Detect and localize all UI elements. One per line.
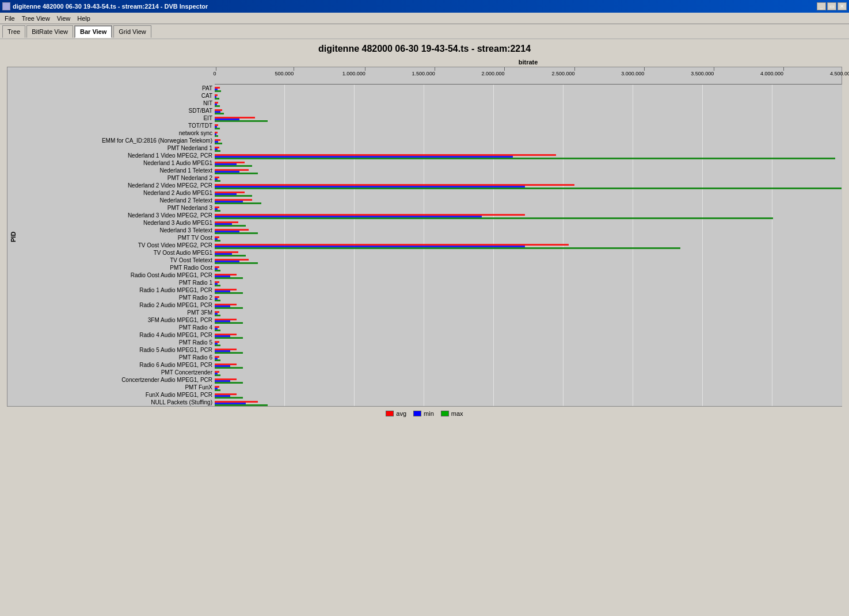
bar-row	[215, 167, 842, 174]
bar-row	[215, 197, 842, 204]
legend-avg: avg	[386, 410, 406, 417]
pid-label: Nederland 1 Teletext	[19, 167, 215, 174]
pid-label: Radio 4 Audio MPEG1, PCR	[19, 331, 215, 339]
x-tick: 4.500.000	[842, 67, 849, 76]
legend-avg-label: avg	[396, 410, 406, 417]
bar-row	[215, 219, 842, 227]
main-content: digitenne 482000 06-30 19-43-54.ts - str…	[0, 39, 849, 422]
pid-label: PMT Concertzender	[19, 369, 215, 376]
pid-label: Nederland 3 Video MPEG2, PCR	[19, 212, 215, 219]
pid-label: SDT/BAT	[19, 107, 215, 114]
pid-label: Radio 5 Audio MPEG1, PCR	[19, 346, 215, 354]
legend-min-label: min	[424, 410, 434, 417]
pid-label: PMT Nederland 2	[19, 174, 215, 182]
bar-row	[215, 114, 842, 122]
bar-row	[215, 212, 842, 219]
menu-help[interactable]: Help	[74, 14, 94, 23]
legend-avg-color	[386, 411, 394, 416]
restore-button[interactable]: ▭	[827, 2, 836, 10]
legend-min-color	[413, 411, 421, 416]
bar-row	[215, 264, 842, 271]
pid-label: TOT/TDT	[19, 122, 215, 129]
pid-label: NIT	[19, 100, 215, 107]
x-tick: 4.000.000	[772, 67, 795, 76]
bar-row	[215, 339, 842, 346]
x-tick: 1.000.000	[354, 67, 377, 76]
tab-bitrate-view[interactable]: BitRate View	[26, 25, 73, 38]
bars-grid	[215, 85, 842, 406]
bar-row	[215, 324, 842, 331]
tab-grid-view[interactable]: Grid View	[113, 25, 151, 38]
pid-label: TV Oost Video MPEG2, PCR	[19, 242, 215, 249]
x-tick: 3.000.000	[633, 67, 656, 76]
tab-bar-view[interactable]: Bar View	[74, 25, 112, 38]
pid-label: Nederland 2 Video MPEG2, PCR	[19, 182, 215, 189]
bar-row	[215, 331, 842, 339]
x-tick: 2.000.000	[493, 67, 516, 76]
bar-row	[215, 122, 842, 129]
bar-row	[215, 391, 842, 399]
legend-min: min	[413, 410, 434, 417]
title-bar: digitenne 482000 06-30 19-43-54.ts - str…	[0, 0, 849, 13]
bar-row	[215, 279, 842, 286]
bar-row	[215, 107, 842, 114]
bar-row	[215, 159, 842, 167]
pid-label: PMT Nederland 1	[19, 144, 215, 152]
legend-max: max	[441, 410, 463, 417]
pid-label: Nederland 2 Audio MPEG1	[19, 189, 215, 197]
pid-label: EIT	[19, 114, 215, 122]
pid-label: Radio 2 Audio MPEG1, PCR	[19, 301, 215, 309]
menu-tree-view[interactable]: Tree View	[18, 14, 54, 23]
pid-label: Nederland 3 Teletext	[19, 227, 215, 234]
grid-line	[842, 85, 842, 406]
pid-label: PMT Radio 4	[19, 324, 215, 331]
legend: avg min max	[7, 410, 842, 417]
x-axis: 0500.0001.000.0001.500.0002.000.0002.500…	[215, 67, 842, 85]
bar-row	[215, 85, 842, 92]
bar-row	[215, 369, 842, 376]
pid-label: Nederland 1 Audio MPEG1	[19, 159, 215, 167]
pid-label: TV Oost Audio MPEG1	[19, 249, 215, 257]
minimize-button[interactable]: _	[817, 2, 826, 10]
chart-title: digitenne 482000 06-30 19-43-54.ts - str…	[7, 44, 842, 54]
labels-column: PATCATNITSDT/BATEITTOT/TDTnetwork syncEM…	[19, 67, 215, 406]
bar-row	[215, 294, 842, 301]
bar-row	[215, 174, 842, 182]
menu-view[interactable]: View	[54, 14, 74, 23]
pid-label: PMT Nederland 3	[19, 204, 215, 212]
bar-row	[215, 129, 842, 137]
menu-bar: File Tree View View Help	[0, 13, 849, 24]
pid-label: PMT Radio 6	[19, 354, 215, 361]
x-tick: 1.500.000	[424, 67, 447, 76]
close-button[interactable]: ✕	[837, 2, 847, 10]
legend-max-label: max	[451, 410, 463, 417]
pid-label: PMT Radio 2	[19, 294, 215, 301]
pid-label: Nederland 2 Teletext	[19, 197, 215, 204]
pid-label: 3FM Audio MPEG1, PCR	[19, 316, 215, 324]
pid-label: PMT TV Oost	[19, 234, 215, 242]
bar-row	[215, 376, 842, 384]
bar-row	[215, 234, 842, 242]
tab-tree[interactable]: Tree	[2, 25, 25, 38]
bar-row	[215, 384, 842, 391]
window-title: digitenne 482000 06-30 19-43-54.ts - str…	[13, 3, 208, 10]
pid-label: PMT FunX	[19, 384, 215, 391]
bar-row	[215, 301, 842, 309]
menu-file[interactable]: File	[1, 14, 18, 23]
bar-row	[215, 182, 842, 189]
x-tick: 3.500.000	[702, 67, 725, 76]
pid-label: network sync	[19, 129, 215, 137]
bar-row	[215, 242, 842, 249]
bar-row	[215, 354, 842, 361]
pid-label: PMT Radio 1	[19, 279, 215, 286]
bar-row	[215, 316, 842, 324]
bar-row	[215, 189, 842, 197]
pid-label: Radio 1 Audio MPEG1, PCR	[19, 286, 215, 294]
chart-wrapper: bitrate PID PATCATNITSDT/BATEITTOT/TDTne…	[7, 59, 842, 417]
pid-label: PAT	[19, 85, 215, 92]
pid-label: TV Oost Teletext	[19, 257, 215, 264]
toolbar: Tree BitRate View Bar View Grid View	[0, 24, 849, 39]
bar-row	[215, 286, 842, 294]
bar-row	[215, 92, 842, 100]
pid-label: PMT Radio Oost	[19, 264, 215, 271]
